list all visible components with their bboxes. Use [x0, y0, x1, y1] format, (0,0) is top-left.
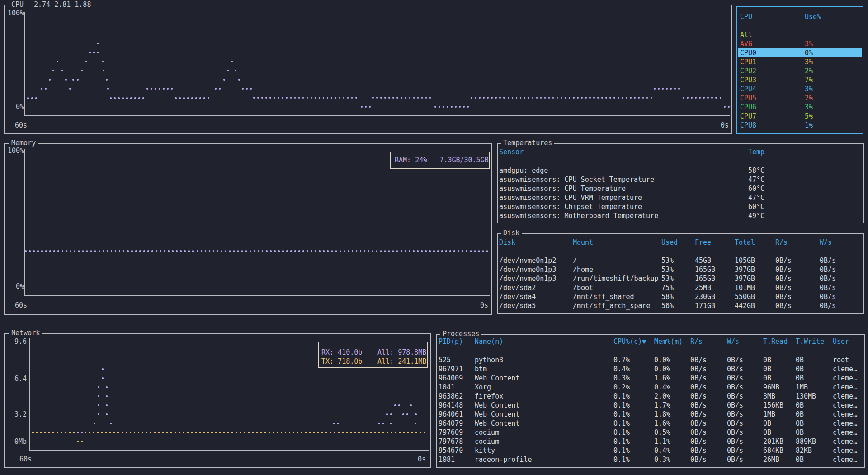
process-cell: 0B/s: [690, 374, 707, 383]
processes-header-5[interactable]: W/s: [727, 337, 739, 346]
cpu-legend-row-name[interactable]: CPU1: [740, 57, 756, 66]
processes-header-3[interactable]: Mem%(m): [654, 337, 683, 346]
process-cell: 0B: [763, 419, 771, 428]
process-cell: 82KB: [796, 446, 812, 455]
network-legend-box: RX: 410.0b All: 978.8MB TX: 718.0b All: …: [318, 342, 428, 368]
process-cell: 0B/s: [690, 401, 707, 410]
cpu-legend-row-name[interactable]: CPU5: [740, 94, 756, 103]
process-cell: 964148: [439, 401, 463, 410]
process-cell: 0B/s: [727, 356, 743, 365]
cpu-legend-panel[interactable]: CPU Use% AllAVG3%CPU00%CPU13%CPU22%CPU37…: [736, 6, 863, 134]
disk-cell: 0B/s: [775, 292, 792, 301]
processes-header-8[interactable]: User: [833, 337, 849, 346]
process-cell: 0B: [796, 428, 804, 437]
processes-header-4[interactable]: R/s: [690, 337, 703, 346]
process-cell: btm: [475, 365, 487, 374]
process-cell: 1.6%: [654, 419, 670, 428]
network-tx-label: TX: 718.0b: [321, 357, 362, 366]
cpu-legend-row-name[interactable]: CPU6: [740, 103, 756, 112]
process-cell: python3: [475, 356, 503, 365]
processes-panel: Processes PID(p)Name(n)CPU%(c)▼Mem%(m)R/…: [436, 334, 865, 468]
process-cell: 130MB: [796, 392, 816, 401]
process-cell: 0B/s: [727, 392, 743, 401]
temps-header-temp[interactable]: Temp: [748, 147, 764, 157]
processes-header-7[interactable]: T.Write: [796, 337, 824, 346]
processes-header-2[interactable]: CPU%(c)▼: [613, 337, 646, 346]
disk-cell: 101MB: [735, 283, 755, 292]
process-cell: 1.7%: [654, 401, 670, 410]
cpu-legend-row-name[interactable]: CPU7: [740, 112, 756, 121]
process-cell: kitty: [475, 446, 495, 455]
cpu-legend-row-name[interactable]: CPU4: [740, 85, 756, 94]
temps-row-value: 58°C: [748, 166, 764, 175]
cpu-legend-header-name: CPU: [740, 12, 752, 21]
disk-cell: 0B/s: [775, 274, 792, 283]
process-cell: 0.1%: [613, 392, 630, 401]
cpu-legend-row-value: 5%: [805, 112, 813, 121]
cpu-legend-row-name[interactable]: CPU2: [740, 66, 756, 76]
process-cell: 0B/s: [727, 455, 743, 464]
process-cell: 0B/s: [727, 410, 743, 419]
disk-header-rs[interactable]: R/s: [775, 238, 788, 247]
disk-header-used[interactable]: Used: [661, 238, 678, 247]
memory-ram-legend-box: RAM: 24% 7.3GB/30.5GB: [390, 152, 490, 169]
network-panel: Network 9.66.43.20Mb 60s 0s RX: 410.0b A…: [4, 333, 431, 468]
disk-cell: 442GB: [735, 301, 755, 310]
disk-header-total[interactable]: Total: [735, 238, 755, 247]
cpu-legend-row-name[interactable]: CPU3: [740, 76, 756, 85]
cpu-x-axis: [24, 115, 730, 116]
cpu-legend-header-value: Use%: [805, 12, 821, 21]
process-cell: 964009: [439, 374, 463, 383]
process-cell: cleme…: [833, 428, 857, 437]
cpu-legend-selected-row[interactable]: CPU00%: [738, 48, 862, 57]
processes-header-1[interactable]: Name(n): [475, 337, 503, 346]
process-cell: 0.4%: [654, 383, 670, 392]
process-cell: 0.0%: [654, 356, 670, 365]
cpu-legend-row-name[interactable]: CPU8: [740, 121, 756, 130]
process-cell: 967971: [439, 365, 463, 374]
disk-cell: 230GB: [695, 292, 715, 301]
process-cell: 0B/s: [727, 419, 743, 428]
process-cell: 0.1%: [613, 419, 630, 428]
process-cell: 0B/s: [690, 365, 707, 374]
disk-cell: 0B/s: [820, 283, 836, 292]
cpu-legend-row-value: 3%: [805, 85, 813, 94]
disk-cell: 105GB: [735, 256, 755, 265]
cpu-x-left-label: 60s: [15, 121, 27, 130]
disk-cell: 397GB: [735, 274, 755, 283]
disk-header-ws[interactable]: W/s: [820, 238, 832, 247]
disk-cell: /dev/sda4: [499, 292, 536, 301]
process-cell: 0B/s: [690, 437, 707, 446]
process-cell: 0B: [796, 356, 804, 365]
process-cell: 2.0%: [654, 392, 670, 401]
processes-header-0[interactable]: PID(p): [439, 337, 463, 346]
process-cell: 201KB: [763, 437, 783, 446]
cpu-y-min-label: 0%: [6, 102, 24, 111]
cpu-legend-row-name[interactable]: AVG: [740, 39, 752, 48]
disk-cell: 0B/s: [775, 265, 792, 274]
processes-header-6[interactable]: T.Read: [763, 337, 788, 346]
process-cell: 156KB: [763, 401, 783, 410]
cpu-legend-row-value: 2%: [805, 66, 813, 76]
temps-row-sensor: amdgpu: edge: [499, 166, 548, 175]
disk-cell: /run/timeshift/backup: [573, 274, 659, 283]
cpu-legend-row-value: 3%: [805, 57, 813, 66]
process-cell: 0B: [796, 455, 804, 464]
network-rx-label: RX: 410.0b: [321, 348, 362, 357]
process-cell: cleme…: [833, 410, 857, 419]
temps-header-sensor[interactable]: Sensor: [499, 147, 524, 157]
disk-header-disk[interactable]: Disk: [499, 238, 515, 247]
cpu-legend-row-name[interactable]: All: [740, 30, 752, 39]
memory-y-max-label: 100%: [6, 146, 24, 155]
network-y-label: 0Mb: [14, 437, 27, 446]
process-cell: 0B/s: [690, 446, 707, 455]
process-cell: 525: [439, 356, 451, 365]
disk-cell: 25MB: [695, 283, 711, 292]
cpu-panel: CPU 2.74 2.81 1.88 100% 0% 60s 0s: [4, 5, 732, 134]
process-cell: cleme…: [833, 374, 857, 383]
cpu-legend-row-name: CPU0: [740, 48, 756, 57]
disk-header-free[interactable]: Free: [695, 238, 711, 247]
disk-header-mount[interactable]: Mount: [573, 238, 593, 247]
process-cell: cleme…: [833, 392, 857, 401]
temps-row-sensor: asuswmisensors: Chipset Temperature: [499, 202, 642, 211]
